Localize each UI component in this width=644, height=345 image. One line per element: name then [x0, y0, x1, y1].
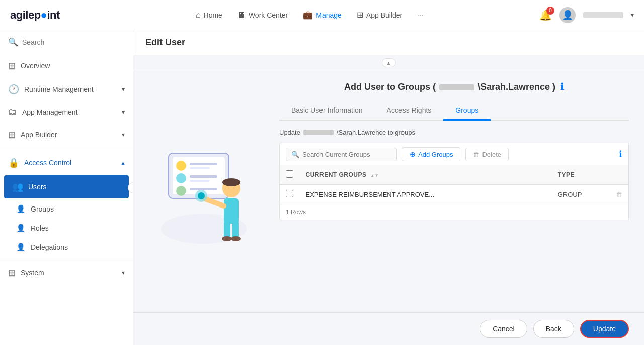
table-toolbar: 🔍 ⊕ Add Groups 🗑 Delete ℹ [279, 143, 629, 165]
row-count: 1 Rows [279, 204, 629, 220]
illustration [153, 133, 254, 251]
sidebar-item-label: System [21, 269, 44, 277]
sidebar-item-roles[interactable]: 👤 Roles [0, 219, 133, 238]
search-icon: 🔍 [8, 37, 18, 47]
main-content: Add User to Groups ( \Sarah.Lawrence ) ℹ… [133, 71, 644, 312]
svg-rect-8 [190, 180, 210, 182]
sidebar-item-groups[interactable]: 👤 Groups [0, 199, 133, 219]
row-current-groups: EXPENSE REIMBURSEMENT APPROVE... [300, 185, 552, 204]
page-title: Edit User [145, 37, 185, 47]
plus-icon: ⊕ [410, 150, 416, 158]
sidebar-item-overview[interactable]: ⊞ Overview [0, 54, 133, 78]
sidebar-item-app-management[interactable]: 🗂 App Management ▾ [0, 101, 133, 123]
nav-home[interactable]: ⌂ Home [196, 11, 222, 20]
main-layout: 🔍 ⊞ Overview 🕐 Runtime Management ▾ 🗂 Ap… [0, 30, 644, 345]
delete-icon: 🗑 [473, 151, 479, 158]
notification-badge: 0 [546, 7, 554, 15]
table-row: EXPENSE REIMBURSEMENT APPROVE... GROUP 🗑 [280, 185, 629, 204]
logo-text: agilep●int [10, 9, 60, 22]
illustration-panel [133, 71, 274, 312]
nav-work-center[interactable]: 🖥 Work Center [237, 11, 288, 20]
sidebar-item-runtime-management[interactable]: 🕐 Runtime Management ▾ [0, 78, 133, 101]
add-user-title-text: Add User to Groups ( \Sarah.Lawrence ) [344, 82, 555, 92]
nav-work-center-label: Work Center [249, 11, 288, 19]
top-navigation: agilep●int ⌂ Home 🖥 Work Center 💼 Manage… [0, 0, 644, 30]
search-current-groups-box: 🔍 [286, 148, 397, 161]
back-button[interactable]: Back [533, 320, 574, 338]
sidebar-item-app-builder[interactable]: ⊞ App Builder ▾ [0, 123, 133, 147]
logo[interactable]: agilep●int [10, 9, 60, 22]
svg-point-3 [176, 161, 186, 171]
svg-point-18 [222, 178, 240, 186]
table-header-row: CURRENT GROUPS ▲▼ TYPE [280, 165, 629, 185]
sidebar-item-users[interactable]: 👥 Users [4, 175, 129, 198]
svg-rect-14 [232, 221, 239, 239]
search-input[interactable] [22, 38, 125, 46]
tab-basic-user-information[interactable]: Basic User Information [279, 101, 375, 121]
sidebar-item-label: Overview [21, 62, 50, 70]
cancel-button[interactable]: Cancel [480, 320, 527, 338]
sidebar-item-delegations[interactable]: 👤 Delegations [0, 238, 133, 257]
folder-icon: 🗂 [8, 107, 17, 117]
nav-app-builder[interactable]: ⊞ App Builder [357, 10, 403, 20]
footer-bar: Cancel Back Update [133, 312, 644, 345]
username-blur-2 [303, 130, 334, 135]
row-checkbox[interactable] [286, 190, 293, 197]
search-current-groups-input[interactable] [302, 151, 391, 158]
groups-table: CURRENT GROUPS ▲▼ TYPE EXPENSE REIMBURSE… [279, 165, 629, 204]
lock-icon: 🔒 [8, 157, 19, 168]
tab-access-rights[interactable]: Access Rights [375, 101, 444, 121]
notification-bell[interactable]: 🔔 0 [539, 9, 552, 21]
users-icon: 👥 [12, 181, 23, 192]
sidebar-item-access-control[interactable]: 🔒 Access Control ▴ [0, 151, 133, 174]
chevron-down-icon: ▾ [122, 269, 125, 277]
svg-rect-4 [190, 163, 217, 165]
row-checkbox-cell [280, 185, 300, 204]
chevron-down-icon: ▾ [122, 109, 125, 116]
sidebar-item-label: Groups [31, 205, 54, 213]
sidebar-item-label: Roles [31, 224, 49, 232]
chevron-up-icon: ▴ [121, 159, 125, 167]
row-type: GROUP 🗑 [552, 185, 629, 204]
system-icon: ⊞ [8, 267, 16, 279]
nav-manage-label: Manage [316, 11, 342, 19]
svg-rect-12 [224, 198, 239, 224]
home-icon: ⌂ [196, 11, 201, 20]
sidebar-item-label: Runtime Management [24, 85, 94, 93]
collapse-nav-button[interactable]: ▲ [382, 58, 396, 67]
header-type: TYPE [552, 165, 629, 185]
user-name [583, 12, 623, 18]
add-groups-button[interactable]: ⊕ Add Groups [402, 147, 460, 161]
nav-links: ⌂ Home 🖥 Work Center 💼 Manage ⊞ App Buil… [80, 10, 539, 20]
svg-point-9 [176, 186, 186, 196]
table-info-icon[interactable]: ℹ [619, 149, 622, 160]
sidebar-item-label: App Builder [21, 131, 57, 139]
nav-app-builder-label: App Builder [366, 11, 403, 19]
svg-point-20 [198, 192, 205, 199]
delegation-icon: 👤 [16, 243, 26, 252]
row-delete-icon[interactable]: 🗑 [616, 191, 622, 198]
info-icon[interactable]: ℹ [560, 81, 564, 92]
sidebar-item-label: Delegations [31, 243, 68, 251]
select-all-checkbox[interactable] [286, 170, 293, 178]
update-button[interactable]: Update [580, 320, 629, 338]
page-header: Edit User [133, 30, 644, 55]
sidebar-item-label: App Management [22, 108, 78, 116]
svg-rect-7 [190, 175, 217, 178]
sidebar-item-system[interactable]: ⊞ System ▾ [0, 261, 133, 285]
username-blur [439, 84, 474, 90]
tab-groups[interactable]: Groups [443, 101, 491, 121]
monitor-icon: 🖥 [237, 11, 246, 20]
sidebar-divider [0, 149, 133, 149]
chevron-down-icon: ▾ [122, 131, 125, 139]
clock-icon: 🕐 [8, 84, 19, 95]
nav-manage[interactable]: 💼 Manage [303, 10, 342, 20]
delete-button[interactable]: 🗑 Delete [465, 148, 509, 161]
nav-right: 🔔 0 👤 ▾ [539, 7, 634, 23]
svg-rect-13 [224, 221, 230, 239]
sort-icon[interactable]: ▲▼ [370, 173, 379, 178]
nav-more[interactable]: ··· [418, 11, 424, 19]
chevron-down-icon[interactable]: ▾ [631, 12, 634, 19]
grid-icon: ⊞ [8, 129, 16, 141]
avatar[interactable]: 👤 [559, 7, 576, 23]
